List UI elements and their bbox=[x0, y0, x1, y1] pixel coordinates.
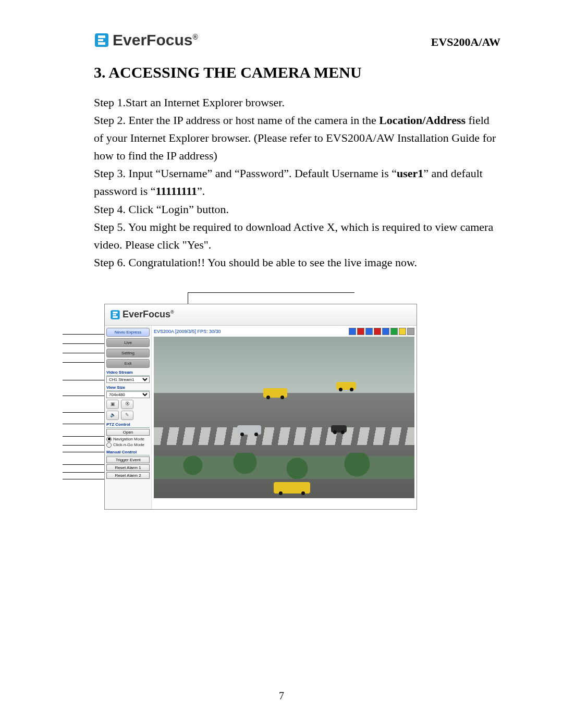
audio-icon[interactable]: 🔈 bbox=[106, 411, 119, 420]
svg-rect-2 bbox=[98, 39, 103, 41]
step-6: Step 6. Congratulation!! You should be a… bbox=[94, 254, 500, 272]
callout-leader bbox=[63, 464, 111, 465]
callout-leader bbox=[63, 412, 111, 413]
step-5: Step 5. You might be required to downloa… bbox=[94, 218, 500, 254]
page-header: EverFocus® EVS200A/AW bbox=[94, 31, 500, 49]
label-view-size: View Size bbox=[106, 385, 150, 391]
page-number: 7 bbox=[0, 690, 563, 702]
label-ptz-control: PTZ Control bbox=[106, 422, 150, 428]
callout-tick-top bbox=[188, 292, 188, 304]
record-icon[interactable]: ⦿ bbox=[121, 400, 133, 409]
screenshot-figure: EverFocus® Nevio Express Live Setting Ex… bbox=[63, 292, 427, 498]
callout-leader bbox=[63, 479, 111, 479]
callout-leader bbox=[63, 424, 111, 424]
label-manual-control: Manual Control bbox=[106, 450, 150, 455]
snapshot-icon[interactable]: ▣ bbox=[106, 400, 119, 409]
trigger-event-button[interactable]: Trigger Event bbox=[106, 456, 150, 463]
svg-rect-7 bbox=[113, 316, 117, 318]
svg-rect-3 bbox=[98, 42, 105, 45]
tool-icon[interactable] bbox=[390, 328, 398, 335]
video-toolbar bbox=[349, 328, 414, 335]
video-panel: EVS200A [2009/3/5] FPS: 30/30 bbox=[152, 326, 417, 509]
callout-leader bbox=[63, 472, 111, 473]
callout-leader bbox=[63, 380, 111, 380]
ui-brand: EverFocus bbox=[123, 309, 170, 319]
radio-navigation-mode[interactable]: Navigation Mode bbox=[106, 437, 150, 442]
reset-alarm-2-button[interactable]: Reset Alarm 2 bbox=[106, 472, 150, 479]
radio-dot-icon bbox=[106, 442, 112, 448]
trademark-symbol: ® bbox=[192, 33, 198, 41]
step-2: Step 2. Enter the IP address or host nam… bbox=[94, 112, 500, 165]
callout-leader bbox=[63, 362, 111, 363]
callout-leader bbox=[63, 445, 111, 446]
step-4: Step 4. Click “Login” button. bbox=[94, 201, 500, 218]
brand-logo: EverFocus® bbox=[94, 31, 198, 49]
instruction-steps: Step 1.Start an Internet Explorer browse… bbox=[94, 94, 500, 272]
select-video-stream[interactable]: CH1 Stream1 bbox=[106, 376, 150, 383]
callout-leader bbox=[63, 353, 111, 353]
step-3: Step 3. Input “Username” and “Password”.… bbox=[94, 165, 500, 200]
svg-rect-6 bbox=[113, 314, 116, 316]
callout-leader bbox=[63, 452, 111, 452]
tool-icon[interactable] bbox=[357, 328, 364, 335]
callout-leader bbox=[63, 343, 111, 344]
callout-leader bbox=[63, 334, 111, 335]
ptz-open-button[interactable]: Open bbox=[106, 429, 150, 436]
reset-alarm-1-button[interactable]: Reset Alarm 1 bbox=[106, 464, 150, 471]
callout-rule-top bbox=[188, 292, 354, 293]
camera-web-ui: EverFocus® Nevio Express Live Setting Ex… bbox=[104, 304, 417, 510]
step-1: Step 1.Start an Internet Explorer browse… bbox=[94, 94, 500, 112]
tool-icon[interactable] bbox=[407, 328, 414, 335]
tool-icon[interactable] bbox=[382, 328, 389, 335]
nav-live[interactable]: Live bbox=[106, 338, 150, 347]
select-view-size[interactable]: 704x480 bbox=[106, 391, 150, 398]
video-caption-text: EVS200A [2009/3/5] FPS: 30/30 bbox=[154, 329, 221, 334]
nav-exit[interactable]: Exit bbox=[106, 359, 150, 368]
everfocus-mark-icon bbox=[94, 32, 109, 48]
mic-icon[interactable]: ✎ bbox=[121, 411, 133, 420]
model-number: EVS200A/AW bbox=[431, 35, 500, 49]
radio-dot-icon bbox=[106, 437, 112, 442]
everfocus-mark-icon bbox=[110, 310, 120, 320]
svg-rect-1 bbox=[98, 35, 105, 38]
tool-icon[interactable] bbox=[399, 328, 406, 335]
live-video-frame bbox=[154, 337, 414, 498]
nav-setting[interactable]: Setting bbox=[106, 349, 150, 357]
callout-leader bbox=[63, 436, 111, 437]
label-video-stream: Video Stream bbox=[106, 370, 150, 376]
radio-click-n-go-mode[interactable]: Click-n-Go Mode bbox=[106, 442, 150, 448]
tool-icon[interactable] bbox=[374, 328, 381, 335]
ui-trademark: ® bbox=[170, 310, 174, 315]
ui-header: EverFocus® bbox=[105, 304, 417, 326]
tool-icon[interactable] bbox=[365, 328, 373, 335]
tool-icon[interactable] bbox=[349, 328, 356, 335]
svg-rect-5 bbox=[113, 312, 117, 313]
callout-leader bbox=[63, 396, 111, 396]
ui-sidebar: Nevio Express Live Setting Exit Video St… bbox=[105, 326, 152, 509]
section-title: 3. ACCESSING THE CAMERA MENU bbox=[94, 64, 500, 81]
brand-name: EverFocus bbox=[113, 31, 192, 48]
nav-nevio-express[interactable]: Nevio Express bbox=[106, 328, 150, 337]
